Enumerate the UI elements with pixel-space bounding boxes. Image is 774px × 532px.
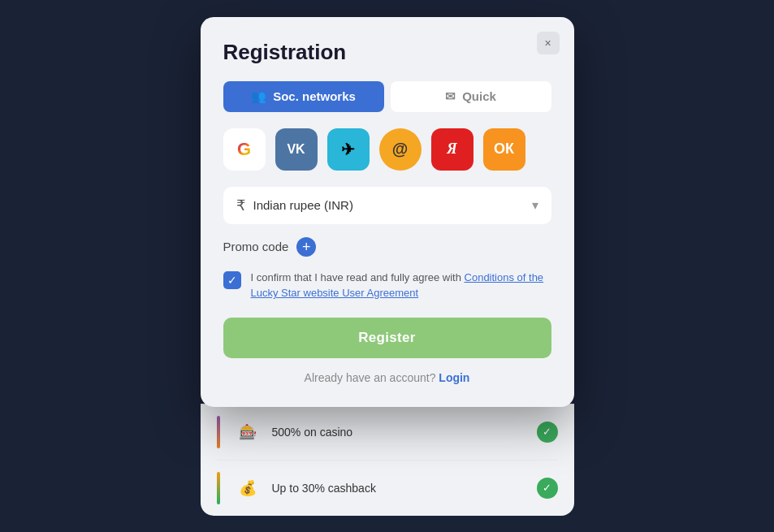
yandex-icon: Я bbox=[447, 141, 456, 158]
social-mail-button[interactable]: @ bbox=[379, 128, 422, 171]
soc-networks-icon: 👥 bbox=[251, 89, 266, 104]
social-yandex-button[interactable]: Я bbox=[431, 128, 473, 171]
promo-item-casino: 🎰 500% on casino ✓ bbox=[217, 404, 558, 461]
login-link[interactable]: Login bbox=[439, 371, 469, 384]
tab-soc-networks[interactable]: 👥 Soc. networks bbox=[223, 81, 384, 112]
close-icon: × bbox=[544, 37, 551, 50]
telegram-icon: ✈ bbox=[341, 140, 355, 159]
currency-select[interactable]: ₹ Indian rupee (INR) ▾ bbox=[223, 187, 551, 224]
plus-icon: + bbox=[302, 240, 311, 254]
tab-quick[interactable]: ✉ Quick bbox=[391, 81, 551, 112]
currency-symbol-icon: ₹ bbox=[236, 197, 245, 214]
mail-icon: @ bbox=[392, 140, 409, 158]
registration-modal: × Registration 👥 Soc. networks ✉ Quick G… bbox=[201, 17, 574, 407]
modal-title: Registration bbox=[223, 40, 551, 65]
casino-icon: 🎰 bbox=[233, 417, 262, 447]
chevron-down-icon: ▾ bbox=[532, 197, 538, 213]
register-button[interactable]: Register bbox=[223, 318, 551, 358]
google-icon: G bbox=[237, 139, 251, 160]
ok-icon: ОК bbox=[494, 141, 514, 158]
promo-item-cashback: 💰 Up to 30% cashback ✓ bbox=[217, 461, 558, 516]
close-button[interactable]: × bbox=[537, 32, 560, 54]
promo-code-row: Promo code + bbox=[223, 237, 551, 257]
social-telegram-button[interactable]: ✈ bbox=[327, 128, 370, 171]
social-google-button[interactable]: G bbox=[223, 128, 266, 171]
promo-code-label: Promo code bbox=[223, 240, 289, 253]
tab-quick-label: Quick bbox=[462, 89, 496, 103]
quick-icon: ✉ bbox=[445, 89, 456, 104]
tab-row: 👥 Soc. networks ✉ Quick bbox=[223, 81, 551, 112]
promo-cashback-text: Up to 30% cashback bbox=[272, 482, 527, 495]
tab-soc-networks-label: Soc. networks bbox=[273, 89, 356, 103]
promo-cashback-verified-icon: ✓ bbox=[537, 478, 558, 499]
agreement-prefix: I confirm that I have read and fully agr… bbox=[251, 271, 465, 283]
login-prompt-text: Already have an account? bbox=[305, 371, 436, 384]
modal-wrapper: × Registration 👥 Soc. networks ✉ Quick G… bbox=[201, 17, 574, 516]
agreement-row: ✓ I confirm that I have read and fully a… bbox=[223, 270, 551, 301]
login-row: Already have an account? Login bbox=[223, 371, 551, 384]
cashback-icon: 💰 bbox=[233, 474, 262, 503]
vk-icon: VK bbox=[287, 142, 305, 157]
agreement-text: I confirm that I have read and fully agr… bbox=[251, 270, 551, 301]
social-icons-row: G VK ✈ @ Я ОК bbox=[223, 128, 551, 171]
social-vk-button[interactable]: VK bbox=[275, 128, 318, 171]
promo-casino-text: 500% on casino bbox=[272, 426, 527, 439]
agreement-checkbox[interactable]: ✓ bbox=[223, 271, 241, 289]
promo-code-add-button[interactable]: + bbox=[296, 237, 316, 257]
promo-casino-verified-icon: ✓ bbox=[537, 422, 558, 443]
promo-banner: 🎰 500% on casino ✓ 💰 Up to 30% cashback … bbox=[201, 404, 574, 516]
social-ok-button[interactable]: ОК bbox=[483, 128, 525, 171]
checkmark-icon: ✓ bbox=[227, 274, 237, 287]
currency-label: Indian rupee (INR) bbox=[253, 198, 532, 212]
